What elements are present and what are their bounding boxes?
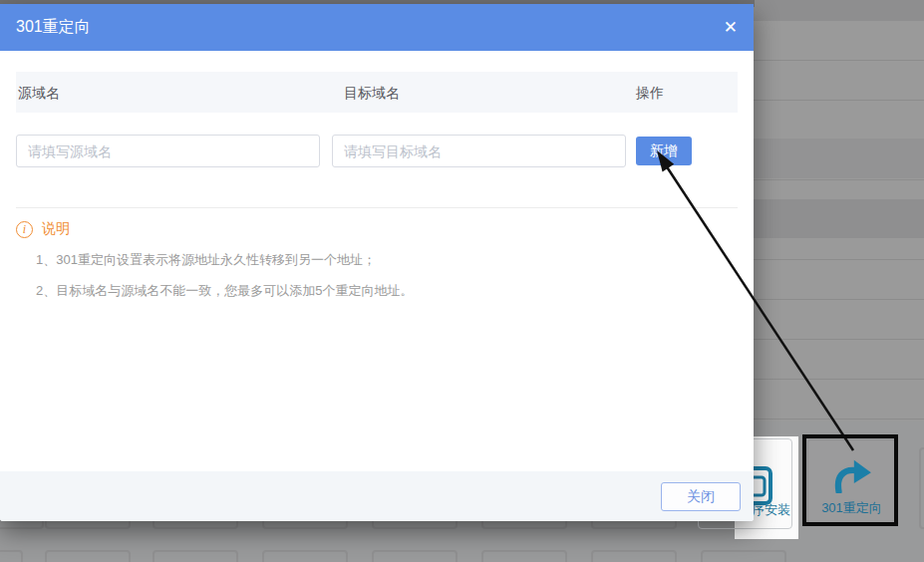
grid-box (153, 550, 238, 562)
add-button[interactable]: 新增 (636, 137, 692, 165)
grid-box (591, 550, 677, 562)
background-row-stripe (754, 139, 924, 178)
grid-box (45, 550, 131, 562)
redirect-modal: 301重定向 ✕ 源域名 目标域名 操作 新增 i 说明 1、301重定向设置表… (0, 4, 754, 521)
grid-box (701, 550, 786, 562)
source-domain-input[interactable] (16, 135, 320, 167)
add-redirect-row: 新增 (16, 135, 738, 167)
redirect-box[interactable]: 301重定向 (807, 439, 896, 526)
table-header-row: 源域名 目标域名 操作 (16, 72, 738, 113)
notice-line-1: 1、301重定向设置表示将源地址永久性转移到另一个地址； (36, 251, 738, 269)
redirect-arrow-icon (832, 457, 872, 493)
grid-box (262, 550, 348, 562)
grid-box (919, 447, 924, 529)
grid-box (372, 550, 458, 562)
close-button[interactable]: 关闭 (661, 482, 741, 511)
modal-body: 源域名 目标域名 操作 新增 i 说明 1、301重定向设置表示将源地址永久性转… (0, 72, 754, 300)
divider (16, 207, 738, 208)
close-icon[interactable]: ✕ (724, 19, 738, 36)
notice-title: 说明 (42, 220, 70, 238)
info-icon: i (16, 221, 33, 238)
grid-box (0, 550, 23, 562)
notice-line-2: 2、目标域名与源域名不能一致，您最多可以添加5个重定向地址。 (36, 282, 738, 300)
notice-header: i 说明 (16, 220, 738, 238)
screen: 程序安装 301重定向 301重定向 ✕ 源域名 目标域名 操作 新增 (0, 0, 924, 562)
column-source-domain: 源域名 (18, 85, 60, 103)
modal-title: 301重定向 (16, 17, 91, 38)
modal-footer: 关闭 (0, 471, 754, 521)
target-domain-input[interactable] (332, 135, 626, 167)
grid-box (481, 550, 567, 562)
redirect-box-label: 301重定向 (808, 499, 895, 517)
notice-section: i 说明 1、301重定向设置表示将源地址永久性转移到另一个地址； 2、目标域名… (16, 220, 738, 300)
column-target-domain: 目标域名 (344, 85, 400, 103)
modal-header: 301重定向 ✕ (0, 4, 754, 51)
background-row-stripe (754, 199, 924, 238)
column-operation: 操作 (636, 85, 664, 103)
